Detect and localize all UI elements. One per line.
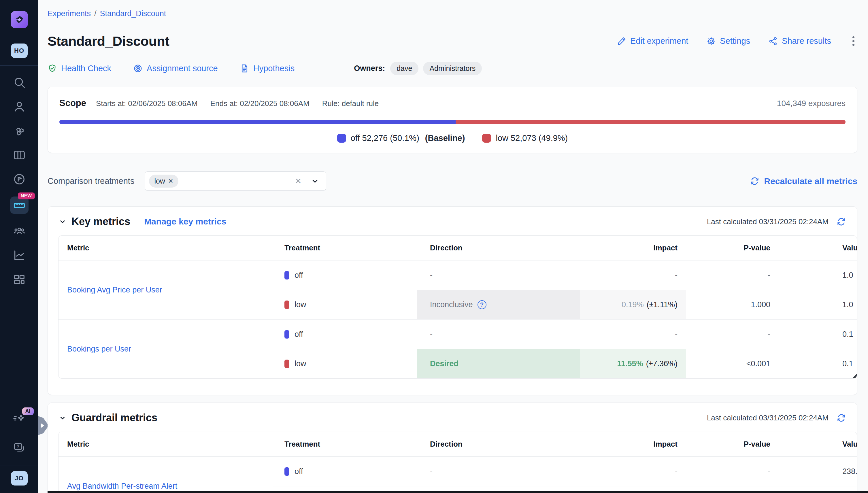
edit-experiment-label: Edit experiment	[630, 36, 689, 46]
assignment-source-link[interactable]: Assignment source	[133, 64, 218, 73]
metric-cell: Avg Bandwidth Per-stream Alert	[59, 457, 273, 493]
allocation-segment-off	[59, 120, 456, 124]
collapse-chevron-icon[interactable]	[58, 217, 67, 226]
direction-label: Inconclusive	[430, 300, 473, 309]
impact-cell: -	[580, 320, 686, 349]
treatment-row-off: off---0.1	[273, 320, 857, 349]
key-table-header: MetricTreatmentDirectionImpactP-valueVal…	[59, 236, 857, 260]
refresh-icon[interactable]	[837, 413, 846, 423]
chevron-down-icon[interactable]	[306, 177, 321, 185]
table-corner-handle	[852, 374, 857, 378]
treatment-rows: off---0.1lowDesired11.55%(±7.36%)<0.0010…	[273, 320, 857, 378]
more-options-button[interactable]	[850, 35, 858, 47]
treatment-chip-label: low	[154, 177, 165, 185]
refresh-icon	[750, 176, 759, 186]
treatment-rows: off---238.3	[273, 457, 857, 493]
horizontal-scrollbar[interactable]	[47, 491, 868, 493]
health-check-label: Health Check	[61, 64, 111, 73]
guardrail-metrics-table: MetricTreatmentDirectionImpactP-valueVal…	[58, 432, 857, 493]
main-content: Experiments / Standard_Discount Standard…	[38, 0, 868, 493]
treatment-cell: off	[273, 260, 417, 290]
impact-cell: -	[580, 457, 686, 486]
guardrail-col-value: Value	[779, 432, 857, 456]
recalculate-all-button[interactable]: Recalculate all metrics	[750, 176, 858, 186]
scope-title: Scope	[59, 98, 86, 108]
share-results-button[interactable]: Share results	[768, 36, 831, 46]
sidebar-divider	[0, 65, 38, 66]
impact-confidence-interval: (±1.11%)	[647, 300, 678, 309]
columns-icon[interactable]	[13, 148, 26, 162]
breadcrumb-experiments[interactable]: Experiments	[47, 9, 91, 18]
collapse-chevron-icon[interactable]	[58, 413, 67, 422]
guardrail-metrics-title: Guardrail metrics	[71, 412, 157, 424]
user-avatar[interactable]: JO	[11, 471, 28, 486]
gear-icon	[706, 37, 716, 46]
ai-assistant-icon[interactable]: AI	[13, 412, 26, 426]
treatment-swatch-low	[284, 301, 289, 309]
document-icon	[240, 64, 249, 73]
p-value-cell: -	[686, 457, 779, 486]
direction-label: -	[430, 330, 432, 339]
health-check-link[interactable]: Health Check	[47, 64, 111, 73]
settings-button[interactable]: Settings	[706, 36, 750, 46]
direction-cell: -	[417, 260, 580, 290]
owner-pill-dave[interactable]: dave	[390, 62, 419, 75]
p-value-cell: -	[686, 320, 779, 349]
impact-cell: -	[580, 260, 686, 290]
refresh-icon[interactable]	[837, 217, 846, 227]
breadcrumb-current[interactable]: Standard_Discount	[100, 9, 166, 18]
ruler-nav-active[interactable]: NEW	[10, 196, 28, 214]
manage-key-metrics-link[interactable]: Manage key metrics	[144, 217, 226, 227]
sidebar-nav: NEW	[10, 76, 28, 286]
select-clear-icon[interactable]: ✕	[290, 176, 306, 186]
treatment-row-low: lowInconclusive?0.19%(±1.11%)1.0001.0	[273, 290, 857, 319]
scope-starts: Starts at: 02/06/2025 08:06AM	[96, 99, 198, 108]
legend-label-low: low 52,073 (49.9%)	[496, 133, 568, 143]
sidebar: HO NEW	[0, 0, 38, 493]
health-shield-icon	[47, 64, 57, 73]
statsig-logo-icon[interactable]	[10, 11, 28, 28]
share-icon	[768, 37, 778, 46]
play-flag-icon[interactable]	[13, 172, 26, 186]
treatment-select[interactable]: low ✕ ✕	[145, 171, 326, 191]
scope-rule: Rule: default rule	[322, 99, 379, 108]
value-cell: 1.0	[779, 290, 857, 319]
page-title: Standard_Discount	[47, 33, 169, 49]
metric-cell: Bookings per User	[59, 320, 273, 378]
metric-link[interactable]: Booking Avg Price per User	[67, 285, 162, 295]
legend-label-off: off 52,276 (50.1%)	[351, 133, 419, 143]
help-circle-icon[interactable]: ?	[478, 300, 486, 309]
treatment-name: off	[295, 467, 303, 476]
owner-pill-administrators[interactable]: Administrators	[423, 62, 482, 75]
help-chat-icon[interactable]: ?	[13, 441, 26, 455]
ruler-icon	[13, 199, 26, 212]
value-cell: 1.0	[779, 260, 857, 290]
scope-exposures: 104,349 exposures	[777, 99, 846, 108]
meta-row: Health Check Assignment source Hypothesi…	[47, 62, 858, 75]
person-icon[interactable]	[13, 100, 26, 113]
breadcrumb-separator: /	[94, 9, 97, 18]
guardrail-col-impact: Impact	[580, 432, 686, 456]
assignment-source-label: Assignment source	[147, 64, 218, 73]
chip-remove-icon[interactable]: ✕	[168, 177, 173, 185]
dashboard-icon[interactable]	[13, 273, 26, 286]
treatment-name: low	[295, 300, 306, 309]
new-badge: NEW	[18, 192, 35, 199]
p-value-cell: <0.001	[686, 349, 779, 378]
people-icon[interactable]	[13, 224, 26, 238]
legend-item-low: low 52,073 (49.9%)	[482, 133, 568, 143]
hypothesis-link[interactable]: Hypothesis	[240, 64, 295, 73]
search-icon[interactable]	[13, 76, 26, 89]
hexagons-icon[interactable]	[13, 124, 26, 138]
workspace-avatar[interactable]: HO	[11, 43, 28, 58]
metric-row-group: Booking Avg Price per Useroff---1.0lowIn…	[59, 260, 857, 319]
treatment-cell: low	[273, 349, 417, 378]
treatment-cell: low	[273, 290, 417, 319]
chart-icon[interactable]	[13, 249, 26, 262]
allocation-bar	[59, 120, 846, 124]
edit-experiment-button[interactable]: Edit experiment	[617, 36, 689, 46]
metric-link[interactable]: Bookings per User	[67, 345, 131, 353]
comparison-row: Comparison treatments low ✕ ✕ Recalculat…	[47, 171, 858, 191]
ai-badge: AI	[22, 407, 34, 415]
metric-link[interactable]: Avg Bandwidth Per-stream Alert	[67, 482, 177, 491]
